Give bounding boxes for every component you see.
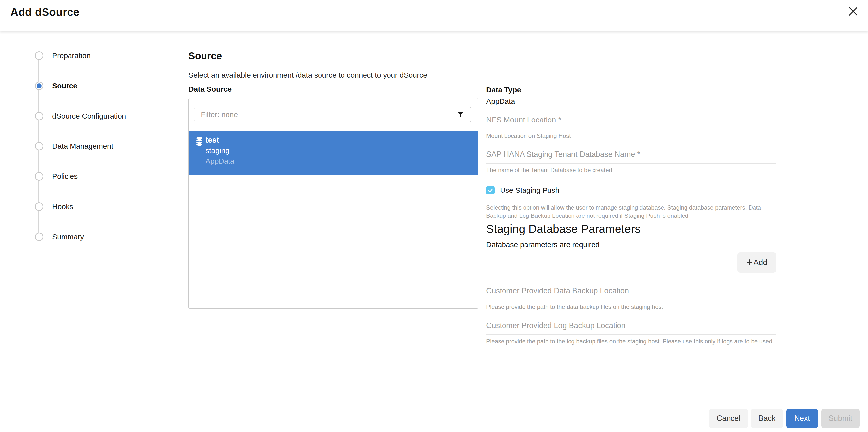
tenant-database-name-field: The name of the Tenant Database to be cr… — [486, 150, 776, 174]
staging-push-description: Selecting this option will allow the use… — [486, 203, 777, 220]
step-label: Policies — [52, 172, 78, 181]
stepper-step-summary[interactable]: Summary — [0, 232, 84, 242]
stepper-step-dsource-configuration[interactable]: dSource Configuration — [0, 111, 126, 121]
nfs-mount-location-helper: Mount Location on Staging Host — [486, 133, 776, 139]
data-source-name: test — [206, 136, 219, 144]
page-title: Add dSource — [10, 6, 80, 18]
nfs-mount-location-input[interactable] — [486, 116, 776, 129]
back-button[interactable]: Back — [751, 409, 783, 428]
wizard-stepper: Preparation Source dSource Configuration… — [0, 31, 168, 399]
filter-field — [194, 107, 471, 122]
use-staging-push-label: Use Staging Push — [500, 186, 559, 195]
database-icon — [196, 137, 204, 147]
step-circle-icon — [35, 142, 43, 150]
stepper-step-source[interactable]: Source — [0, 81, 78, 91]
section-subtitle: Select an available environment /data so… — [188, 71, 427, 80]
step-label: Data Management — [52, 142, 113, 150]
next-button[interactable]: Next — [786, 409, 818, 428]
log-backup-location-helper: Please provide the path to the log backu… — [486, 338, 776, 345]
step-circle-icon — [35, 202, 43, 211]
data-type-value: AppData — [486, 97, 776, 106]
data-type-label: Data Type — [486, 86, 776, 94]
data-source-environment: staging — [206, 146, 229, 155]
use-staging-push-row: Use Staging Push — [486, 186, 776, 195]
data-backup-location-helper: Please provide the path to the data back… — [486, 303, 776, 310]
step-label: Summary — [52, 233, 84, 241]
close-icon[interactable] — [847, 5, 860, 18]
data-source-list-panel: test staging AppData — [188, 98, 478, 309]
plus-icon: + — [746, 257, 753, 267]
tenant-database-name-helper: The name of the Tenant Database to be cr… — [486, 167, 776, 174]
step-circle-icon — [35, 172, 43, 181]
log-backup-location-field: Please provide the path to the log backu… — [486, 321, 776, 345]
step-label: Hooks — [52, 202, 73, 211]
filter-input[interactable] — [194, 107, 471, 122]
tenant-database-name-input[interactable] — [486, 150, 776, 164]
data-source-type: AppData — [206, 157, 235, 165]
section-heading: Source — [188, 51, 222, 62]
checkmark-icon — [488, 187, 493, 193]
data-backup-location-input[interactable] — [486, 287, 776, 300]
add-parameter-button[interactable]: + Add — [737, 252, 776, 273]
step-circle-icon — [35, 112, 43, 120]
step-circle-active-icon — [35, 82, 43, 90]
stepper-step-preparation[interactable]: Preparation — [0, 51, 91, 61]
add-parameter-label: Add — [753, 258, 767, 267]
stepper-step-hooks[interactable]: Hooks — [0, 202, 73, 211]
dialog-header: Add dSource — [0, 0, 868, 31]
data-source-label: Data Source — [188, 85, 232, 93]
filter-icon — [457, 111, 464, 118]
nfs-mount-location-field: Mount Location on Staging Host — [486, 116, 776, 139]
stepper-step-data-management[interactable]: Data Management — [0, 141, 113, 151]
step-circle-icon — [35, 52, 43, 60]
stepper-step-policies[interactable]: Policies — [0, 171, 78, 181]
staging-db-params-requirement: Database parameters are required — [486, 240, 776, 249]
step-label: Preparation — [52, 52, 91, 60]
data-source-list-item-selected[interactable]: test staging AppData — [189, 131, 478, 175]
use-staging-push-checkbox[interactable] — [486, 186, 495, 195]
cancel-button[interactable]: Cancel — [709, 409, 748, 428]
submit-button[interactable]: Submit — [821, 409, 860, 428]
log-backup-location-input[interactable] — [486, 321, 776, 335]
step-label: dSource Configuration — [52, 112, 126, 120]
step-circle-icon — [35, 233, 43, 241]
step-label: Source — [52, 82, 78, 90]
staging-db-params-heading: Staging Database Parameters — [486, 222, 776, 235]
data-backup-location-field: Please provide the path to the data back… — [486, 287, 776, 310]
data-type-block: Data Type AppData — [486, 86, 776, 106]
